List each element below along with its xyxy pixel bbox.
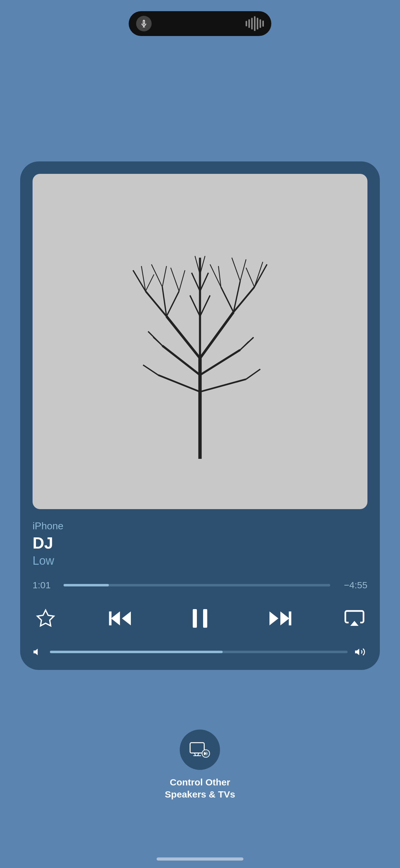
playback-controls (33, 606, 367, 631)
progress-section[interactable]: 1:01 −4:55 (33, 580, 367, 590)
svg-line-6 (200, 379, 246, 392)
wave-bar-6 (260, 19, 261, 28)
rewind-button[interactable] (108, 609, 133, 628)
player-card: iPhone DJ Low 1:01 −4:55 (20, 161, 380, 670)
star-icon (36, 609, 56, 628)
volume-low-icon (33, 646, 44, 657)
wave-bar-3 (251, 18, 253, 30)
pause-button[interactable] (186, 606, 214, 631)
svg-line-12 (146, 274, 154, 291)
svg-line-39 (246, 369, 261, 379)
siri-indicator (129, 11, 271, 36)
svg-line-30 (192, 273, 200, 291)
svg-line-9 (167, 291, 179, 316)
svg-marker-42 (122, 612, 131, 625)
svg-line-23 (232, 258, 240, 281)
album-art-tree (108, 207, 292, 475)
progress-fill (64, 584, 109, 586)
favorite-button[interactable] (36, 609, 56, 628)
track-title: DJ (33, 534, 367, 552)
wave-bar-1 (245, 21, 247, 26)
track-artist: Low (33, 554, 367, 567)
svg-marker-50 (33, 649, 38, 655)
svg-line-4 (200, 350, 240, 375)
svg-line-37 (240, 341, 249, 350)
volume-fill (50, 651, 223, 653)
svg-line-38 (143, 365, 158, 375)
rewind-icon (108, 609, 133, 628)
svg-marker-46 (269, 612, 278, 625)
wave-bar-2 (248, 19, 250, 28)
wave-bar-7 (262, 21, 264, 27)
svg-rect-43 (109, 612, 111, 625)
wave-bar-4 (254, 16, 256, 31)
pause-icon (186, 606, 214, 631)
svg-line-35 (153, 337, 163, 346)
svg-line-19 (221, 287, 234, 312)
svg-line-24 (240, 259, 246, 281)
svg-marker-51 (355, 649, 359, 655)
control-other-icon-bg (180, 730, 220, 770)
fastforward-button[interactable] (267, 609, 292, 628)
control-other-label: Control OtherSpeakers & TVs (165, 776, 235, 800)
wave-bar-5 (257, 18, 258, 30)
airplay-icon (344, 609, 364, 628)
svg-rect-48 (289, 612, 291, 625)
siri-mic-icon (136, 16, 152, 31)
svg-line-16 (179, 270, 185, 291)
svg-rect-45 (203, 609, 207, 628)
speaker-mute-icon (33, 646, 44, 657)
track-device: iPhone (33, 520, 367, 532)
siri-waves (157, 16, 264, 31)
svg-line-22 (246, 268, 255, 287)
svg-point-58 (205, 753, 206, 754)
svg-marker-41 (111, 612, 120, 625)
volume-track[interactable] (50, 651, 347, 653)
progress-track[interactable] (64, 584, 330, 586)
volume-high-icon (354, 646, 367, 657)
volume-section[interactable] (33, 646, 367, 657)
svg-line-14 (163, 266, 167, 287)
speaker-full-icon (354, 646, 367, 657)
svg-rect-52 (190, 743, 204, 753)
fastforward-icon (267, 609, 292, 628)
svg-marker-40 (37, 610, 54, 626)
mic-icon (140, 20, 148, 28)
album-art (33, 174, 367, 509)
svg-line-5 (158, 375, 200, 392)
svg-rect-44 (193, 609, 197, 628)
svg-marker-47 (280, 612, 289, 625)
svg-line-29 (200, 296, 210, 317)
svg-line-2 (200, 312, 233, 359)
svg-marker-49 (351, 621, 359, 626)
svg-line-28 (190, 296, 200, 317)
home-indicator (157, 858, 243, 861)
airplay-button[interactable] (344, 609, 364, 628)
control-other-button[interactable]: Control OtherSpeakers & TVs (165, 730, 235, 800)
svg-line-15 (171, 268, 179, 291)
time-elapsed: 1:01 (33, 580, 57, 590)
time-remaining: −4:55 (336, 580, 367, 590)
svg-line-31 (200, 273, 208, 291)
control-other-speakers-icon (189, 739, 211, 761)
